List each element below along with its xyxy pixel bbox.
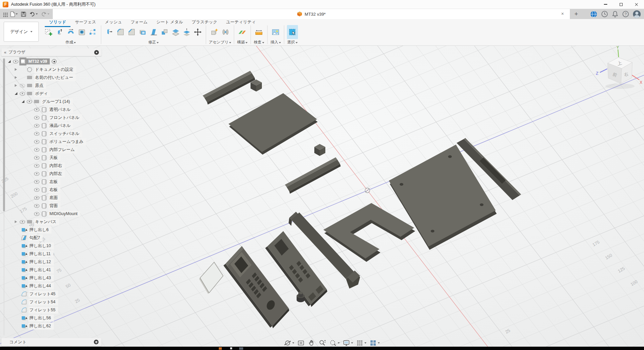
browser-header[interactable]: ブラウザ	[1, 48, 102, 56]
node-label[interactable]: スイッチパネル	[48, 130, 82, 137]
press-pull-button[interactable]	[104, 25, 115, 39]
joint-button[interactable]	[220, 25, 231, 39]
group-label-modify[interactable]: 修正	[148, 40, 159, 45]
zoom-button[interactable]	[317, 339, 327, 347]
display-settings-button[interactable]	[341, 339, 354, 347]
group-label-assemble[interactable]: アセンブリ	[209, 40, 231, 45]
browser-row[interactable]: 押し出し12	[1, 258, 102, 266]
visibility-eye-icon[interactable]	[33, 156, 40, 160]
browser-row[interactable]: フィレット55	[1, 306, 102, 314]
node-label[interactable]: フロントパネル	[48, 114, 82, 121]
user-avatar[interactable]	[633, 10, 641, 18]
node-label[interactable]: フィレット54	[28, 299, 58, 306]
measure-button[interactable]	[254, 25, 265, 39]
visibility-eye-icon[interactable]	[33, 108, 40, 112]
browser-row[interactable]: ボリュームつまみ	[1, 138, 102, 146]
node-label[interactable]: MIDIGuyMount	[48, 211, 80, 217]
group-label-create[interactable]: 作成	[65, 40, 76, 45]
fit-button[interactable]	[328, 339, 341, 347]
node-label[interactable]: 勾配7	[28, 234, 43, 241]
visibility-eye-icon[interactable]	[18, 92, 26, 96]
visibility-eye-icon[interactable]	[33, 132, 40, 136]
node-label[interactable]: 内部フレーム	[48, 146, 77, 153]
draft-button[interactable]	[148, 25, 159, 39]
notifications-bell-icon[interactable]	[612, 11, 618, 17]
node-label[interactable]: 左板	[48, 178, 60, 185]
browser-row[interactable]: 背面	[1, 202, 102, 210]
node-label[interactable]: 内部左	[48, 170, 65, 177]
browser-row[interactable]: 押し出し10	[1, 242, 102, 250]
node-label[interactable]: 押し出し41	[28, 267, 54, 274]
expand-arrow-icon[interactable]	[13, 76, 18, 79]
browser-row[interactable]: 内部左	[1, 170, 102, 178]
browser-options-icon[interactable]	[94, 50, 99, 55]
extrude-button[interactable]	[54, 25, 65, 39]
node-label[interactable]: 押し出し12	[28, 258, 54, 266]
node-label[interactable]: 押し出し44	[28, 283, 54, 290]
pattern-button[interactable]	[87, 25, 98, 39]
tab-close-icon[interactable]	[560, 11, 565, 17]
chamfer-button[interactable]	[126, 25, 137, 39]
group-label-construct[interactable]: 構築	[237, 40, 248, 45]
split-button[interactable]	[170, 25, 181, 39]
node-label[interactable]: フィレット45	[28, 291, 58, 298]
browser-row[interactable]: 押し出し43	[1, 274, 102, 282]
extensions-globe-icon[interactable]	[590, 11, 597, 18]
redo-button[interactable]	[41, 12, 49, 17]
visibility-eye-icon[interactable]	[33, 148, 40, 152]
browser-row[interactable]: 押し出し11	[1, 250, 102, 258]
revolve-button[interactable]	[65, 25, 76, 39]
browser-row[interactable]: 原点	[1, 81, 102, 90]
pan-button[interactable]	[307, 339, 317, 347]
node-label[interactable]: 底面	[48, 194, 60, 201]
combine-button[interactable]	[159, 25, 170, 39]
visibility-eye-icon[interactable]	[33, 204, 40, 208]
node-label[interactable]: 押し出し56	[28, 315, 54, 322]
look-at-button[interactable]	[296, 339, 306, 347]
node-label[interactable]: ボリュームつまみ	[48, 138, 86, 145]
visibility-eye-icon[interactable]	[33, 180, 40, 184]
browser-row[interactable]: 天板	[1, 154, 102, 162]
visibility-eye-icon[interactable]	[18, 220, 26, 224]
browser-row[interactable]: フロントパネル	[1, 114, 102, 122]
comment-bar[interactable]: コメント	[1, 338, 102, 346]
expand-arrow-icon[interactable]	[7, 60, 12, 63]
shell-button[interactable]	[137, 25, 148, 39]
visibility-eye-icon[interactable]	[25, 100, 33, 104]
select-button[interactable]	[287, 25, 298, 39]
visibility-eye-icon[interactable]	[33, 188, 40, 192]
node-label[interactable]: 天板	[48, 154, 60, 161]
node-label[interactable]: 液晶パネル	[48, 122, 73, 129]
browser-row[interactable]: ドキュメントの設定	[1, 65, 102, 73]
node-label[interactable]: 押し出し43	[28, 275, 54, 282]
node-label[interactable]: 押し出し62	[28, 323, 54, 330]
node-label[interactable]: キャンバス	[34, 218, 59, 225]
create-sketch-button[interactable]	[43, 25, 54, 39]
node-label[interactable]: 背面	[48, 202, 60, 209]
orbit-button[interactable]	[283, 339, 295, 347]
browser-row[interactable]: フィレット54	[1, 298, 102, 306]
browser-row[interactable]: スイッチパネル	[1, 130, 102, 138]
node-label[interactable]: 押し出し11	[28, 250, 53, 257]
document-tab[interactable]: MT32 v39*	[53, 9, 570, 19]
expand-arrow-icon[interactable]	[13, 68, 18, 71]
scrollbar-thumb[interactable]	[3, 58, 5, 211]
visibility-eye-icon[interactable]	[33, 164, 40, 168]
move-button[interactable]	[192, 25, 203, 39]
visibility-eye-icon[interactable]	[33, 124, 40, 128]
node-label[interactable]: 右板	[48, 186, 60, 193]
expand-arrow-icon[interactable]	[13, 220, 18, 223]
activate-component-radio[interactable]	[52, 59, 56, 64]
group-label-inspect[interactable]: 検査	[254, 40, 264, 45]
node-label[interactable]: 内部右	[48, 162, 65, 169]
browser-row[interactable]: 内部フレーム	[1, 146, 102, 154]
fillet-button[interactable]	[115, 25, 126, 39]
add-comment-icon[interactable]	[94, 340, 99, 344]
job-status-clock-icon[interactable]	[601, 11, 608, 17]
node-label[interactable]: 原点	[34, 82, 46, 89]
expand-arrow-icon[interactable]	[20, 100, 25, 103]
expand-arrow-icon[interactable]	[13, 92, 18, 95]
save-button[interactable]	[21, 12, 26, 17]
expand-arrow-icon[interactable]	[13, 84, 18, 87]
maximize-button[interactable]	[613, 0, 629, 9]
